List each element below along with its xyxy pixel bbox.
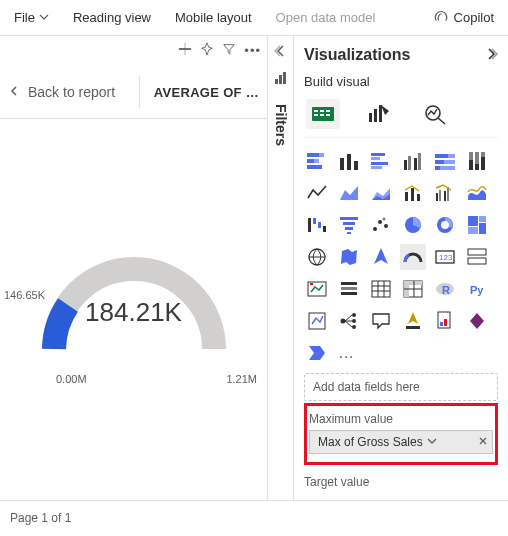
copilot-label: Copilot (454, 10, 494, 25)
build-visual-tab[interactable] (306, 99, 340, 129)
more-visuals-button[interactable]: … (338, 344, 354, 362)
mobile-layout-label: Mobile layout (175, 10, 252, 25)
svg-rect-6 (314, 110, 318, 112)
matrix-icon[interactable] (400, 276, 426, 302)
target-value-label: Target value (304, 475, 498, 489)
azure-map-icon[interactable] (368, 244, 394, 270)
svg-rect-27 (371, 162, 388, 165)
svg-text:R: R (442, 284, 450, 296)
kpi-icon[interactable] (304, 276, 330, 302)
line-clustered-column-icon[interactable] (432, 180, 458, 206)
drill-mode-icon[interactable] (178, 42, 192, 59)
waterfall-icon[interactable] (304, 212, 330, 238)
stacked-bar-icon[interactable] (304, 148, 330, 174)
visual-header-toolbar: ••• (178, 42, 261, 59)
svg-text:123: 123 (439, 253, 453, 262)
svg-rect-57 (343, 222, 355, 225)
mobile-layout-button[interactable]: Mobile layout (165, 4, 262, 31)
table-icon[interactable] (368, 276, 394, 302)
svg-rect-14 (379, 105, 382, 122)
svg-rect-50 (444, 191, 446, 201)
svg-rect-25 (371, 153, 385, 156)
svg-rect-29 (404, 160, 407, 170)
svg-rect-8 (320, 110, 324, 112)
format-visual-tab[interactable] (362, 99, 396, 129)
svg-rect-28 (371, 166, 382, 169)
back-arrow-icon[interactable] (8, 85, 20, 100)
expand-left-icon[interactable] (274, 44, 288, 61)
donut-chart-icon[interactable] (432, 212, 458, 238)
chevron-down-icon (39, 10, 49, 25)
svg-rect-31 (414, 158, 417, 170)
bar-chart-icon (274, 71, 288, 88)
line-stacked-column-icon[interactable] (400, 180, 426, 206)
clustered-column-icon[interactable] (400, 148, 426, 174)
stacked-column-icon[interactable] (336, 148, 362, 174)
scatter-icon[interactable] (368, 212, 394, 238)
field-wells: Add data fields here Maximum value Max o… (304, 374, 498, 493)
analytics-tab[interactable] (418, 99, 452, 129)
svg-rect-44 (481, 152, 485, 157)
slicer-icon[interactable] (336, 276, 362, 302)
reading-view-button[interactable]: Reading view (63, 4, 161, 31)
stacked-area-icon[interactable] (368, 180, 394, 206)
filters-label: Filters (273, 104, 289, 146)
clustered-bar-icon[interactable] (368, 148, 394, 174)
card-icon[interactable]: 123 (432, 244, 458, 270)
svg-text:Py: Py (470, 284, 484, 296)
svg-rect-69 (479, 223, 486, 234)
filters-pane-collapsed[interactable]: Filters (268, 36, 294, 500)
report-header: Back to report AVERAGE OF … (0, 76, 267, 119)
svg-rect-24 (354, 161, 358, 170)
filled-map-icon[interactable] (336, 244, 362, 270)
back-to-report-link[interactable]: Back to report (28, 84, 115, 100)
add-data-placeholder[interactable]: Add data fields here (304, 373, 498, 401)
open-data-model-label: Open data model (276, 10, 376, 25)
line-chart-icon[interactable] (304, 180, 330, 206)
more-options-icon[interactable]: ••• (244, 43, 261, 58)
qa-visual-icon[interactable] (368, 308, 394, 334)
svg-rect-53 (313, 218, 316, 224)
multi-row-card-icon[interactable] (464, 244, 490, 270)
hundred-stacked-bar-icon[interactable] (432, 148, 458, 174)
treemap-icon[interactable] (464, 212, 490, 238)
paginated-report-icon[interactable] (432, 308, 458, 334)
file-menu[interactable]: File (4, 4, 59, 31)
area-chart-icon[interactable] (336, 180, 362, 206)
power-apps-icon[interactable] (464, 308, 490, 334)
funnel-icon[interactable] (336, 212, 362, 238)
svg-rect-46 (411, 188, 414, 201)
maximum-value-field[interactable]: Max of Gross Sales (309, 430, 493, 454)
python-visual-icon[interactable]: Py (464, 276, 490, 302)
build-visual-label: Build visual (304, 74, 498, 89)
svg-rect-17 (307, 153, 319, 157)
decomposition-tree-icon[interactable] (336, 308, 362, 334)
r-visual-icon[interactable]: R (432, 276, 458, 302)
map-icon[interactable] (304, 244, 330, 270)
remove-field-icon[interactable] (478, 435, 488, 449)
gauge-visual[interactable]: 146.65K 184.21K 0.00M 1.21M (0, 239, 267, 409)
open-data-model-button: Open data model (266, 4, 386, 31)
copilot-button[interactable]: Copilot (422, 1, 504, 34)
smart-narrative-icon[interactable] (400, 308, 426, 334)
pie-chart-icon[interactable] (400, 212, 426, 238)
svg-rect-55 (323, 226, 326, 232)
ribbon-chart-icon[interactable] (464, 180, 490, 206)
svg-rect-74 (468, 249, 486, 255)
gauge-icon[interactable] (400, 244, 426, 270)
maximum-value-highlight: Maximum value Max of Gross Sales (304, 403, 498, 465)
svg-point-97 (352, 325, 356, 329)
key-influencers-icon[interactable] (304, 308, 330, 334)
chevron-down-icon[interactable] (427, 435, 437, 449)
svg-rect-40 (469, 152, 473, 160)
copilot-icon (432, 7, 450, 28)
collapse-right-icon[interactable] (484, 47, 498, 64)
hundred-stacked-column-icon[interactable] (464, 148, 490, 174)
reading-view-label: Reading view (73, 10, 151, 25)
svg-rect-26 (371, 157, 380, 160)
visual-title: AVERAGE OF … (139, 76, 259, 108)
pin-icon[interactable] (200, 42, 214, 59)
svg-rect-30 (408, 156, 411, 170)
power-automate-icon[interactable] (304, 340, 330, 366)
filter-icon[interactable] (222, 42, 236, 59)
